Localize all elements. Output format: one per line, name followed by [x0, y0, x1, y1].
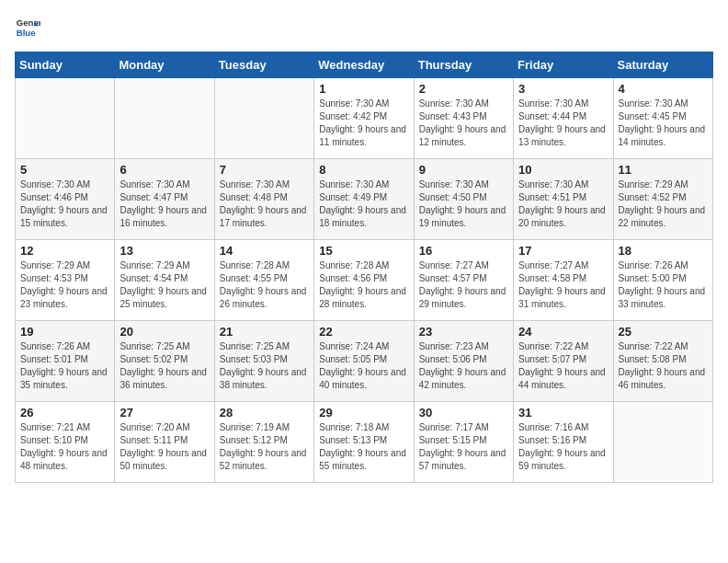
calendar-cell: 11Sunrise: 7:29 AM Sunset: 4:52 PM Dayli…	[613, 159, 712, 240]
day-number: 14	[220, 244, 309, 258]
day-number: 12	[20, 244, 109, 258]
weekday-header-tuesday: Tuesday	[214, 52, 313, 78]
calendar-cell: 6Sunrise: 7:30 AM Sunset: 4:47 PM Daylig…	[115, 159, 214, 240]
calendar-cell: 15Sunrise: 7:28 AM Sunset: 4:56 PM Dayli…	[314, 240, 414, 321]
calendar-cell: 8Sunrise: 7:30 AM Sunset: 4:49 PM Daylig…	[314, 159, 414, 240]
day-number: 29	[319, 406, 408, 419]
day-number: 10	[518, 163, 608, 177]
calendar-cell: 30Sunrise: 7:17 AM Sunset: 5:15 PM Dayli…	[414, 402, 513, 483]
day-info: Sunrise: 7:30 AM Sunset: 4:43 PM Dayligh…	[419, 98, 508, 149]
calendar-week-3: 12Sunrise: 7:29 AM Sunset: 4:53 PM Dayli…	[16, 240, 713, 321]
day-number: 3	[518, 82, 608, 96]
weekday-header-friday: Friday	[514, 52, 613, 78]
day-number: 30	[419, 406, 508, 419]
day-info: Sunrise: 7:28 AM Sunset: 4:55 PM Dayligh…	[220, 259, 309, 311]
calendar-cell: 20Sunrise: 7:25 AM Sunset: 5:02 PM Dayli…	[115, 321, 214, 402]
day-number: 4	[619, 82, 708, 96]
calendar-cell: 31Sunrise: 7:16 AM Sunset: 5:16 PM Dayli…	[514, 402, 613, 483]
calendar-cell: 21Sunrise: 7:25 AM Sunset: 5:03 PM Dayli…	[214, 321, 313, 402]
day-info: Sunrise: 7:25 AM Sunset: 5:02 PM Dayligh…	[119, 340, 209, 392]
day-info: Sunrise: 7:18 AM Sunset: 5:13 PM Dayligh…	[319, 421, 408, 473]
calendar-header: SundayMondayTuesdayWednesdayThursdayFrid…	[16, 52, 713, 78]
day-info: Sunrise: 7:30 AM Sunset: 4:42 PM Dayligh…	[319, 98, 408, 149]
calendar-cell: 12Sunrise: 7:29 AM Sunset: 4:53 PM Dayli…	[16, 240, 115, 321]
calendar-cell: 17Sunrise: 7:27 AM Sunset: 4:58 PM Dayli…	[514, 240, 613, 321]
calendar-cell: 14Sunrise: 7:28 AM Sunset: 4:55 PM Dayli…	[214, 240, 313, 321]
day-number: 27	[119, 406, 209, 419]
weekday-header-monday: Monday	[115, 52, 214, 78]
calendar-cell: 25Sunrise: 7:22 AM Sunset: 5:08 PM Dayli…	[613, 321, 712, 402]
day-number: 22	[319, 325, 408, 339]
day-info: Sunrise: 7:24 AM Sunset: 5:05 PM Dayligh…	[319, 340, 408, 392]
calendar-cell: 2Sunrise: 7:30 AM Sunset: 4:43 PM Daylig…	[414, 78, 513, 159]
day-number: 19	[20, 325, 109, 339]
day-info: Sunrise: 7:29 AM Sunset: 4:54 PM Dayligh…	[119, 259, 209, 311]
day-number: 5	[20, 163, 109, 177]
day-number: 20	[119, 325, 209, 339]
calendar-cell: 7Sunrise: 7:30 AM Sunset: 4:48 PM Daylig…	[214, 159, 313, 240]
day-info: Sunrise: 7:21 AM Sunset: 5:10 PM Dayligh…	[20, 421, 109, 473]
calendar-cell: 27Sunrise: 7:20 AM Sunset: 5:11 PM Dayli…	[115, 402, 214, 483]
calendar-cell: 5Sunrise: 7:30 AM Sunset: 4:46 PM Daylig…	[16, 159, 115, 240]
calendar-cell: 29Sunrise: 7:18 AM Sunset: 5:13 PM Dayli…	[314, 402, 414, 483]
calendar-cell	[214, 78, 313, 159]
day-info: Sunrise: 7:25 AM Sunset: 5:03 PM Dayligh…	[220, 340, 309, 392]
day-number: 31	[518, 406, 608, 419]
day-info: Sunrise: 7:22 AM Sunset: 5:07 PM Dayligh…	[518, 340, 608, 392]
calendar-week-4: 19Sunrise: 7:26 AM Sunset: 5:01 PM Dayli…	[16, 321, 713, 402]
logo-icon: General Blue	[15, 15, 40, 40]
day-number: 25	[619, 325, 708, 339]
day-number: 17	[518, 244, 608, 258]
calendar-cell: 13Sunrise: 7:29 AM Sunset: 4:54 PM Dayli…	[115, 240, 214, 321]
calendar-cell: 1Sunrise: 7:30 AM Sunset: 4:42 PM Daylig…	[314, 78, 414, 159]
day-number: 8	[319, 163, 408, 177]
calendar-cell: 18Sunrise: 7:26 AM Sunset: 5:00 PM Dayli…	[613, 240, 712, 321]
day-info: Sunrise: 7:19 AM Sunset: 5:12 PM Dayligh…	[220, 421, 309, 473]
day-number: 18	[619, 244, 708, 258]
calendar-table: SundayMondayTuesdayWednesdayThursdayFrid…	[15, 52, 713, 483]
weekday-header-wednesday: Wednesday	[314, 52, 414, 78]
calendar-cell: 4Sunrise: 7:30 AM Sunset: 4:45 PM Daylig…	[613, 78, 712, 159]
day-info: Sunrise: 7:30 AM Sunset: 4:49 PM Dayligh…	[319, 178, 408, 230]
day-info: Sunrise: 7:26 AM Sunset: 5:01 PM Dayligh…	[20, 340, 109, 392]
calendar-cell: 24Sunrise: 7:22 AM Sunset: 5:07 PM Dayli…	[514, 321, 613, 402]
day-number: 15	[319, 244, 408, 258]
day-info: Sunrise: 7:30 AM Sunset: 4:51 PM Dayligh…	[518, 178, 608, 230]
calendar-cell	[613, 402, 712, 483]
day-info: Sunrise: 7:22 AM Sunset: 5:08 PM Dayligh…	[619, 340, 708, 392]
svg-text:Blue: Blue	[17, 28, 36, 38]
day-number: 26	[20, 406, 109, 419]
day-info: Sunrise: 7:27 AM Sunset: 4:57 PM Dayligh…	[419, 259, 508, 311]
calendar-cell: 22Sunrise: 7:24 AM Sunset: 5:05 PM Dayli…	[314, 321, 414, 402]
logo: General Blue	[15, 15, 44, 40]
weekday-header-thursday: Thursday	[414, 52, 513, 78]
calendar-week-5: 26Sunrise: 7:21 AM Sunset: 5:10 PM Dayli…	[16, 402, 713, 483]
day-number: 23	[419, 325, 508, 339]
calendar-week-1: 1Sunrise: 7:30 AM Sunset: 4:42 PM Daylig…	[16, 78, 713, 159]
day-number: 28	[220, 406, 309, 419]
day-info: Sunrise: 7:16 AM Sunset: 5:16 PM Dayligh…	[518, 421, 608, 473]
day-info: Sunrise: 7:26 AM Sunset: 5:00 PM Dayligh…	[619, 259, 708, 311]
day-info: Sunrise: 7:27 AM Sunset: 4:58 PM Dayligh…	[518, 259, 608, 311]
day-info: Sunrise: 7:30 AM Sunset: 4:47 PM Dayligh…	[119, 178, 209, 230]
calendar-cell: 16Sunrise: 7:27 AM Sunset: 4:57 PM Dayli…	[414, 240, 513, 321]
day-info: Sunrise: 7:30 AM Sunset: 4:46 PM Dayligh…	[20, 178, 109, 230]
calendar-cell: 10Sunrise: 7:30 AM Sunset: 4:51 PM Dayli…	[514, 159, 613, 240]
day-number: 6	[119, 163, 209, 177]
day-info: Sunrise: 7:30 AM Sunset: 4:50 PM Dayligh…	[419, 178, 508, 230]
day-number: 9	[419, 163, 508, 177]
calendar-cell	[16, 78, 115, 159]
calendar-week-2: 5Sunrise: 7:30 AM Sunset: 4:46 PM Daylig…	[16, 159, 713, 240]
calendar-cell: 23Sunrise: 7:23 AM Sunset: 5:06 PM Dayli…	[414, 321, 513, 402]
day-number: 13	[119, 244, 209, 258]
day-info: Sunrise: 7:29 AM Sunset: 4:53 PM Dayligh…	[20, 259, 109, 311]
calendar-cell: 26Sunrise: 7:21 AM Sunset: 5:10 PM Dayli…	[16, 402, 115, 483]
page-header: General Blue	[15, 15, 713, 40]
calendar-cell: 28Sunrise: 7:19 AM Sunset: 5:12 PM Dayli…	[214, 402, 313, 483]
day-info: Sunrise: 7:29 AM Sunset: 4:52 PM Dayligh…	[619, 178, 708, 230]
calendar-cell	[115, 78, 214, 159]
weekday-header-saturday: Saturday	[613, 52, 712, 78]
day-info: Sunrise: 7:28 AM Sunset: 4:56 PM Dayligh…	[319, 259, 408, 311]
day-number: 21	[220, 325, 309, 339]
day-number: 1	[319, 82, 408, 96]
